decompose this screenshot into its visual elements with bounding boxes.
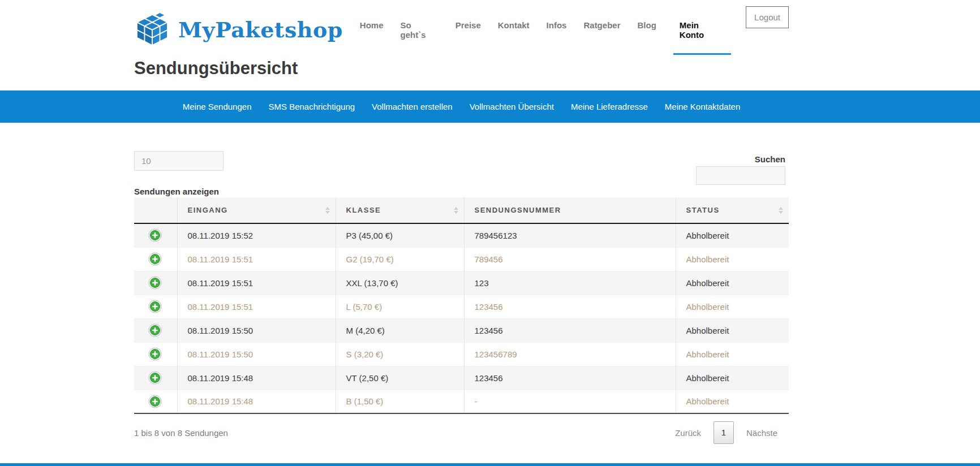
nav-item-blog[interactable]: Blog [637, 20, 656, 44]
column-header-status[interactable]: STATUS [676, 197, 789, 223]
account-nav-bar: Meine Sendungen SMS Benachrichtigung Vol… [0, 90, 980, 123]
subnav-meine-sendungen[interactable]: Meine Sendungen [183, 102, 252, 111]
cell-klasse: G2 (19,70 €) [336, 247, 464, 271]
column-label: SENDUNGSNUMMER [475, 206, 561, 214]
nav-item-kontakt[interactable]: Kontakt [498, 20, 530, 44]
cell-eingang: 08.11.2019 15:51 [177, 247, 336, 271]
table-row: 08.11.2019 15:51 L (5,70 €) 123456 Abhol… [134, 295, 789, 318]
cell-status: Abholbereit [676, 390, 789, 413]
subnav-meine-kontaktdaten[interactable]: Meine Kontaktdaten [665, 102, 740, 111]
sort-icon[interactable] [325, 207, 330, 214]
row-expand-cell[interactable] [134, 295, 177, 318]
table-row: 08.11.2019 15:50 S (3,20 €) 123456789 Ab… [134, 342, 789, 366]
cell-sendungsnummer: 123456789 [464, 342, 676, 366]
row-expand-cell[interactable] [134, 342, 177, 366]
table-header-row: EINGANG KLASSE SENDUNGSNUMMER STATUS [134, 197, 789, 223]
cell-sendungsnummer: 123456 [464, 295, 676, 318]
shipments-table: EINGANG KLASSE SENDUNGSNUMMER STATUS [134, 197, 789, 414]
table-controls: Sendungen anzeigen Suchen [134, 151, 789, 197]
cell-status: Abholbereit [676, 223, 789, 247]
nav-item-ratgeber[interactable]: Ratgeber [583, 20, 620, 44]
cell-klasse: XXL (13,70 €) [336, 271, 464, 295]
green-plus-expand-icon[interactable] [148, 228, 162, 242]
cell-klasse: VT (2,50 €) [336, 366, 464, 390]
brand-logo[interactable]: MyPaketshop [134, 12, 343, 46]
table-row: 08.11.2019 15:52 P3 (45,00 €) 789456123 … [134, 223, 789, 247]
cell-status: Abholbereit [676, 247, 789, 271]
nav-item-mein-konto[interactable]: Mein Konto [673, 20, 731, 55]
pagination-prev-button[interactable]: Zurück [675, 428, 701, 438]
green-plus-expand-icon[interactable] [148, 323, 162, 337]
search-label: Suchen [755, 154, 785, 164]
column-header-eingang[interactable]: EINGANG [177, 197, 336, 223]
cell-status: Abholbereit [676, 295, 789, 318]
cell-eingang: 08.11.2019 15:50 [177, 342, 336, 366]
row-expand-cell[interactable] [134, 271, 177, 295]
subnav-sms-benachrichtigung[interactable]: SMS Benachrichtigung [268, 102, 355, 111]
nav-item-preise[interactable]: Preise [455, 20, 481, 44]
table-row: 08.11.2019 15:51 G2 (19,70 €) 789456 Abh… [134, 247, 789, 271]
cell-eingang: 08.11.2019 15:51 [177, 295, 336, 318]
cube-parcel-icon [134, 12, 170, 46]
column-header-expand [134, 197, 177, 223]
cell-eingang: 08.11.2019 15:50 [177, 318, 336, 342]
page-length-label: Sendungen anzeigen [134, 187, 219, 196]
cell-status: Abholbereit [676, 271, 789, 295]
subnav-vollmachten-uebersicht[interactable]: Vollmachten Übersicht [470, 102, 554, 111]
nav-item-infos[interactable]: Infos [547, 20, 567, 44]
table-row: 08.11.2019 15:50 M (4,20 €) 123456 Abhol… [134, 318, 789, 342]
green-plus-expand-icon[interactable] [148, 252, 162, 266]
green-plus-expand-icon[interactable] [148, 347, 162, 361]
cell-klasse: S (3,20 €) [336, 342, 464, 366]
cell-klasse: L (5,70 €) [336, 295, 464, 318]
cell-status: Abholbereit [676, 318, 789, 342]
cell-eingang: 08.11.2019 15:51 [177, 271, 336, 295]
cell-klasse: P3 (45,00 €) [336, 223, 464, 247]
cell-eingang: 08.11.2019 15:48 [177, 390, 336, 413]
cell-status: Abholbereit [676, 366, 789, 390]
column-header-klasse[interactable]: KLASSE [336, 197, 464, 223]
subnav-meine-lieferadresse[interactable]: Meine Lieferadresse [571, 102, 648, 111]
account-nav: Meine Sendungen SMS Benachrichtigung Vol… [134, 90, 789, 123]
column-label: KLASSE [346, 206, 381, 214]
subnav-vollmachten-erstellen[interactable]: Vollmachten erstellen [372, 102, 453, 111]
table-row: 08.11.2019 15:51 XXL (13,70 €) 123 Abhol… [134, 271, 789, 295]
table-row: 08.11.2019 15:48 VT (2,50 €) 123456 Abho… [134, 366, 789, 390]
pagination-page-1-button[interactable]: 1 [713, 421, 734, 444]
table-row: 08.11.2019 15:48 B (1,50 €) - Abholberei… [134, 390, 789, 413]
sort-icon[interactable] [454, 207, 458, 214]
row-expand-cell[interactable] [134, 223, 177, 247]
sort-icon[interactable] [779, 207, 783, 214]
pagination-next-button[interactable]: Nächste [746, 428, 777, 438]
cell-eingang: 08.11.2019 15:52 [177, 223, 336, 247]
cell-klasse: M (4,20 €) [336, 318, 464, 342]
green-plus-expand-icon[interactable] [148, 395, 162, 408]
pagination-info: 1 bis 8 von 8 Sendungen [134, 428, 228, 438]
row-expand-cell[interactable] [134, 366, 177, 390]
column-header-sendungsnummer[interactable]: SENDUNGSNUMMER [464, 197, 676, 223]
page-length-input[interactable] [134, 151, 223, 171]
column-label: EINGANG [188, 206, 228, 214]
cell-sendungsnummer: - [464, 390, 676, 413]
search-input[interactable] [696, 166, 785, 185]
cell-sendungsnummer: 123 [464, 271, 676, 295]
green-plus-expand-icon[interactable] [148, 276, 162, 290]
table-body: 08.11.2019 15:52 P3 (45,00 €) 789456123 … [134, 223, 789, 413]
cell-status: Abholbereit [676, 342, 789, 366]
column-label: STATUS [686, 206, 720, 214]
row-expand-cell[interactable] [134, 318, 177, 342]
green-plus-expand-icon[interactable] [148, 300, 162, 313]
brand-name: MyPaketshop [178, 17, 343, 42]
cell-sendungsnummer: 789456 [464, 247, 676, 271]
row-expand-cell[interactable] [134, 247, 177, 271]
pagination: 1 bis 8 von 8 Sendungen Zurück 1 Nächste [134, 421, 789, 445]
top-nav: Home So geht`s Preise Kontakt Infos Ratg… [343, 12, 731, 55]
nav-item-so-gehts[interactable]: So geht`s [401, 20, 439, 53]
footer-top-strip [0, 463, 980, 466]
nav-item-home[interactable]: Home [360, 20, 384, 44]
cell-sendungsnummer: 123456 [464, 318, 676, 342]
site-header: MyPaketshop Home So geht`s Preise Kontak… [134, 0, 789, 79]
logout-button[interactable]: Logout [746, 6, 789, 28]
green-plus-expand-icon[interactable] [148, 371, 162, 385]
row-expand-cell[interactable] [134, 390, 177, 413]
